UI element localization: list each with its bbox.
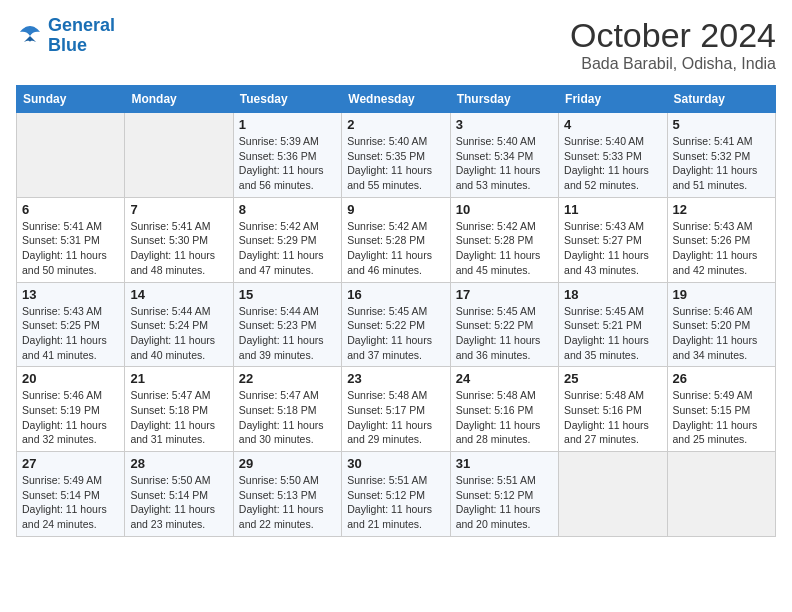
calendar-cell: 10Sunrise: 5:42 AM Sunset: 5:28 PM Dayli… <box>450 197 558 282</box>
calendar-cell: 8Sunrise: 5:42 AM Sunset: 5:29 PM Daylig… <box>233 197 341 282</box>
day-number: 5 <box>673 117 770 132</box>
calendar-cell <box>667 452 775 537</box>
day-info: Sunrise: 5:44 AM Sunset: 5:23 PM Dayligh… <box>239 304 336 363</box>
day-info: Sunrise: 5:44 AM Sunset: 5:24 PM Dayligh… <box>130 304 227 363</box>
day-number: 7 <box>130 202 227 217</box>
calendar-cell: 12Sunrise: 5:43 AM Sunset: 5:26 PM Dayli… <box>667 197 775 282</box>
calendar-cell: 31Sunrise: 5:51 AM Sunset: 5:12 PM Dayli… <box>450 452 558 537</box>
location: Bada Barabil, Odisha, India <box>570 55 776 73</box>
day-info: Sunrise: 5:43 AM Sunset: 5:27 PM Dayligh… <box>564 219 661 278</box>
day-info: Sunrise: 5:50 AM Sunset: 5:14 PM Dayligh… <box>130 473 227 532</box>
calendar-cell: 17Sunrise: 5:45 AM Sunset: 5:22 PM Dayli… <box>450 282 558 367</box>
calendar-week-row: 20Sunrise: 5:46 AM Sunset: 5:19 PM Dayli… <box>17 367 776 452</box>
calendar-cell: 24Sunrise: 5:48 AM Sunset: 5:16 PM Dayli… <box>450 367 558 452</box>
day-info: Sunrise: 5:43 AM Sunset: 5:25 PM Dayligh… <box>22 304 119 363</box>
column-header-tuesday: Tuesday <box>233 86 341 113</box>
day-number: 10 <box>456 202 553 217</box>
day-number: 31 <box>456 456 553 471</box>
page-header: General Blue October 2024 Bada Barabil, … <box>16 16 776 73</box>
calendar-cell: 6Sunrise: 5:41 AM Sunset: 5:31 PM Daylig… <box>17 197 125 282</box>
calendar-cell: 22Sunrise: 5:47 AM Sunset: 5:18 PM Dayli… <box>233 367 341 452</box>
day-number: 26 <box>673 371 770 386</box>
calendar-cell: 30Sunrise: 5:51 AM Sunset: 5:12 PM Dayli… <box>342 452 450 537</box>
day-number: 13 <box>22 287 119 302</box>
calendar-week-row: 1Sunrise: 5:39 AM Sunset: 5:36 PM Daylig… <box>17 113 776 198</box>
logo-text: General Blue <box>48 16 115 56</box>
logo-bird-icon <box>16 24 44 48</box>
column-header-friday: Friday <box>559 86 667 113</box>
day-info: Sunrise: 5:40 AM Sunset: 5:33 PM Dayligh… <box>564 134 661 193</box>
day-number: 28 <box>130 456 227 471</box>
calendar-cell: 20Sunrise: 5:46 AM Sunset: 5:19 PM Dayli… <box>17 367 125 452</box>
calendar-cell: 27Sunrise: 5:49 AM Sunset: 5:14 PM Dayli… <box>17 452 125 537</box>
logo: General Blue <box>16 16 115 56</box>
day-number: 16 <box>347 287 444 302</box>
calendar-cell: 25Sunrise: 5:48 AM Sunset: 5:16 PM Dayli… <box>559 367 667 452</box>
day-info: Sunrise: 5:40 AM Sunset: 5:34 PM Dayligh… <box>456 134 553 193</box>
day-number: 27 <box>22 456 119 471</box>
day-number: 21 <box>130 371 227 386</box>
day-number: 25 <box>564 371 661 386</box>
calendar-week-row: 27Sunrise: 5:49 AM Sunset: 5:14 PM Dayli… <box>17 452 776 537</box>
day-info: Sunrise: 5:48 AM Sunset: 5:16 PM Dayligh… <box>456 388 553 447</box>
calendar-cell: 28Sunrise: 5:50 AM Sunset: 5:14 PM Dayli… <box>125 452 233 537</box>
day-number: 30 <box>347 456 444 471</box>
day-number: 11 <box>564 202 661 217</box>
calendar-table: SundayMondayTuesdayWednesdayThursdayFrid… <box>16 85 776 537</box>
day-info: Sunrise: 5:51 AM Sunset: 5:12 PM Dayligh… <box>456 473 553 532</box>
day-info: Sunrise: 5:45 AM Sunset: 5:22 PM Dayligh… <box>456 304 553 363</box>
day-info: Sunrise: 5:42 AM Sunset: 5:28 PM Dayligh… <box>347 219 444 278</box>
calendar-week-row: 6Sunrise: 5:41 AM Sunset: 5:31 PM Daylig… <box>17 197 776 282</box>
calendar-cell: 11Sunrise: 5:43 AM Sunset: 5:27 PM Dayli… <box>559 197 667 282</box>
day-info: Sunrise: 5:48 AM Sunset: 5:16 PM Dayligh… <box>564 388 661 447</box>
calendar-cell: 5Sunrise: 5:41 AM Sunset: 5:32 PM Daylig… <box>667 113 775 198</box>
day-number: 17 <box>456 287 553 302</box>
day-info: Sunrise: 5:42 AM Sunset: 5:29 PM Dayligh… <box>239 219 336 278</box>
calendar-cell: 3Sunrise: 5:40 AM Sunset: 5:34 PM Daylig… <box>450 113 558 198</box>
day-info: Sunrise: 5:40 AM Sunset: 5:35 PM Dayligh… <box>347 134 444 193</box>
calendar-cell <box>17 113 125 198</box>
day-number: 3 <box>456 117 553 132</box>
calendar-cell: 18Sunrise: 5:45 AM Sunset: 5:21 PM Dayli… <box>559 282 667 367</box>
day-number: 29 <box>239 456 336 471</box>
calendar-cell <box>125 113 233 198</box>
calendar-body: 1Sunrise: 5:39 AM Sunset: 5:36 PM Daylig… <box>17 113 776 537</box>
calendar-cell: 23Sunrise: 5:48 AM Sunset: 5:17 PM Dayli… <box>342 367 450 452</box>
day-number: 20 <box>22 371 119 386</box>
day-info: Sunrise: 5:41 AM Sunset: 5:32 PM Dayligh… <box>673 134 770 193</box>
calendar-cell: 1Sunrise: 5:39 AM Sunset: 5:36 PM Daylig… <box>233 113 341 198</box>
calendar-cell: 26Sunrise: 5:49 AM Sunset: 5:15 PM Dayli… <box>667 367 775 452</box>
day-number: 4 <box>564 117 661 132</box>
calendar-cell: 19Sunrise: 5:46 AM Sunset: 5:20 PM Dayli… <box>667 282 775 367</box>
day-info: Sunrise: 5:39 AM Sunset: 5:36 PM Dayligh… <box>239 134 336 193</box>
day-number: 8 <box>239 202 336 217</box>
calendar-cell: 14Sunrise: 5:44 AM Sunset: 5:24 PM Dayli… <box>125 282 233 367</box>
column-header-monday: Monday <box>125 86 233 113</box>
calendar-cell: 21Sunrise: 5:47 AM Sunset: 5:18 PM Dayli… <box>125 367 233 452</box>
day-info: Sunrise: 5:51 AM Sunset: 5:12 PM Dayligh… <box>347 473 444 532</box>
day-number: 6 <box>22 202 119 217</box>
calendar-cell: 16Sunrise: 5:45 AM Sunset: 5:22 PM Dayli… <box>342 282 450 367</box>
calendar-cell: 13Sunrise: 5:43 AM Sunset: 5:25 PM Dayli… <box>17 282 125 367</box>
day-number: 14 <box>130 287 227 302</box>
calendar-cell: 4Sunrise: 5:40 AM Sunset: 5:33 PM Daylig… <box>559 113 667 198</box>
day-info: Sunrise: 5:49 AM Sunset: 5:14 PM Dayligh… <box>22 473 119 532</box>
day-info: Sunrise: 5:48 AM Sunset: 5:17 PM Dayligh… <box>347 388 444 447</box>
day-number: 19 <box>673 287 770 302</box>
day-number: 12 <box>673 202 770 217</box>
calendar-cell: 2Sunrise: 5:40 AM Sunset: 5:35 PM Daylig… <box>342 113 450 198</box>
calendar-cell: 15Sunrise: 5:44 AM Sunset: 5:23 PM Dayli… <box>233 282 341 367</box>
column-header-saturday: Saturday <box>667 86 775 113</box>
column-header-sunday: Sunday <box>17 86 125 113</box>
calendar-cell <box>559 452 667 537</box>
calendar-cell: 9Sunrise: 5:42 AM Sunset: 5:28 PM Daylig… <box>342 197 450 282</box>
day-number: 23 <box>347 371 444 386</box>
day-info: Sunrise: 5:47 AM Sunset: 5:18 PM Dayligh… <box>239 388 336 447</box>
calendar-header-row: SundayMondayTuesdayWednesdayThursdayFrid… <box>17 86 776 113</box>
day-info: Sunrise: 5:50 AM Sunset: 5:13 PM Dayligh… <box>239 473 336 532</box>
day-number: 24 <box>456 371 553 386</box>
day-info: Sunrise: 5:45 AM Sunset: 5:21 PM Dayligh… <box>564 304 661 363</box>
day-info: Sunrise: 5:45 AM Sunset: 5:22 PM Dayligh… <box>347 304 444 363</box>
column-header-thursday: Thursday <box>450 86 558 113</box>
day-info: Sunrise: 5:47 AM Sunset: 5:18 PM Dayligh… <box>130 388 227 447</box>
